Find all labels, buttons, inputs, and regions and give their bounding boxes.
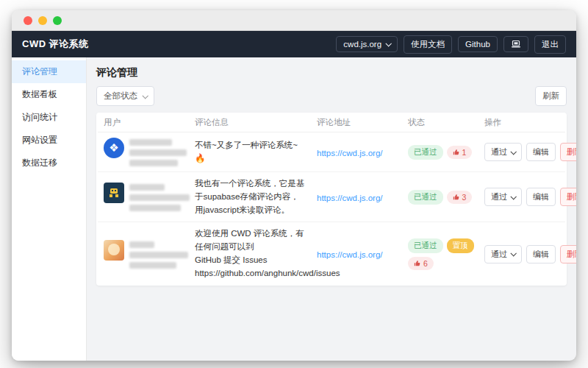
row-status-select[interactable]: 通过 [484,143,522,161]
user-cell [104,183,195,211]
redacted-user-info [129,240,188,269]
logout-button[interactable]: 退出 [534,35,566,54]
column-header-actions: 操作 [484,117,559,128]
edit-button[interactable]: 编辑 [526,245,556,263]
pinned-badge: 置顶 [447,238,474,253]
filter-bar: 全部状态 刷新 [96,86,567,106]
table-row: 我也有一个评论系统，它是基于supabase存储评论内容，用javascript… [98,172,565,222]
status-badge: 已通过 [408,145,443,160]
github-button[interactable]: Github [458,36,498,52]
status-cell: 已通过 3 [408,190,484,205]
page-title: 评论管理 [96,66,576,79]
column-header-status: 状态 [408,117,484,128]
column-header-comment: 评论信息 [195,117,317,128]
sidebar-item-comment-management[interactable]: 评论管理 [12,60,86,83]
redacted-user-info [129,138,187,166]
likes-badge: 6 [408,257,434,270]
chevron-down-icon [510,149,516,155]
edit-button[interactable]: 编辑 [526,143,556,161]
comment-text: 不错~又多了一种评论系统~ 🔥 [195,139,317,166]
desktop: CWD 评论系统 cwd.js.org 使用文档 Github [0,0,588,368]
avatar: ❖ [104,138,124,158]
status-cell: 已通过 1 [408,145,484,160]
robot-avatar-icon [107,186,121,199]
chevron-down-icon [142,93,148,99]
site-select[interactable]: cwd.js.org [336,36,398,52]
fire-emoji: 🔥 [195,154,205,163]
thumbs-up-icon [453,149,460,156]
site-select-value: cwd.js.org [343,40,381,49]
laptop-icon [511,40,521,49]
comment-url-link[interactable]: https://cwd.js.org/ [317,194,382,202]
main-panel: 评论管理 全部状态 刷新 用户 评论信息 评论地址 状态 [87,57,576,361]
column-header-user: 用户 [104,117,195,128]
likes-count: 3 [462,193,467,202]
docs-button[interactable]: 使用文档 [404,35,452,54]
avatar [104,240,124,261]
likes-count: 6 [423,259,428,268]
minimize-window-button[interactable] [38,16,47,25]
sidebar-item-dashboard[interactable]: 数据看板 [12,83,86,106]
column-header-url: 评论地址 [317,117,408,128]
sidebar-item-site-settings[interactable]: 网站设置 [12,129,86,152]
likes-count: 1 [462,148,467,157]
row-status-select[interactable]: 通过 [484,188,522,206]
edit-button[interactable]: 编辑 [526,188,556,206]
delete-button[interactable]: 删除 [560,143,576,161]
comment-url-link[interactable]: https://cwd.js.org/ [317,250,382,259]
chevron-down-icon [386,40,392,46]
comment-text: 欢迎使用 CWD 评论系统，有任何问题可以到 GitHub 提交 Issues … [195,227,317,280]
redacted-user-info [129,183,190,211]
action-cell: 通过 编辑 删除 [484,245,576,263]
row-status-select[interactable]: 通过 [484,245,522,263]
status-filter-value: 全部状态 [104,91,137,102]
window-content: 评论管理 数据看板 访问统计 网站设置 数据迁移 评论管理 [12,57,576,361]
status-cell: 已通过 置顶 6 [408,238,484,270]
app-title: CWD 评论系统 [22,38,89,51]
likes-badge: 3 [447,191,473,204]
top-navbar: CWD 评论系统 cwd.js.org 使用文档 Github [12,31,576,57]
table-row: ❖ 不错~又多了一种评论系统~ 🔥 https://cwd.js.org/ 已通… [98,132,565,172]
thumbs-up-icon [453,194,460,201]
comment-text: 我也有一个评论系统，它是基于supabase存储评论内容，用javascript… [195,177,317,216]
action-cell: 通过 编辑 删除 [484,188,576,206]
chevron-down-icon [510,194,516,199]
device-theme-button[interactable] [503,36,528,52]
user-cell: ❖ [104,138,195,166]
status-badge: 已通过 [408,190,443,205]
status-badge: 已通过 [408,238,443,253]
likes-badge: 1 [447,146,473,159]
window-titlebar [12,10,576,31]
user-cell [104,240,195,269]
thumbs-up-icon [414,260,421,267]
zoom-window-button[interactable] [53,16,62,25]
app-window: CWD 评论系统 cwd.js.org 使用文档 Github [12,10,576,361]
sidebar-item-visit-stats[interactable]: 访问统计 [12,106,86,129]
comments-table: 用户 评论信息 评论地址 状态 操作 ❖ [96,113,567,286]
sidebar: 评论管理 数据看板 访问统计 网站设置 数据迁移 [12,57,87,361]
avatar [104,183,124,203]
chevron-down-icon [510,250,516,256]
refresh-button[interactable]: 刷新 [535,86,567,106]
table-row: 欢迎使用 CWD 评论系统，有任何问题可以到 GitHub 提交 Issues … [98,222,565,285]
delete-button[interactable]: 删除 [560,188,576,206]
comment-url-link[interactable]: https://cwd.js.org/ [317,149,382,158]
navbar-actions: cwd.js.org 使用文档 Github 退出 [336,35,566,54]
table-header-row: 用户 评论信息 评论地址 状态 操作 [98,113,565,132]
action-cell: 通过 编辑 删除 [484,143,576,161]
status-filter-select[interactable]: 全部状态 [96,86,154,106]
sidebar-item-data-migration[interactable]: 数据迁移 [12,152,86,174]
delete-button[interactable]: 删除 [560,245,576,263]
close-window-button[interactable] [24,16,32,25]
